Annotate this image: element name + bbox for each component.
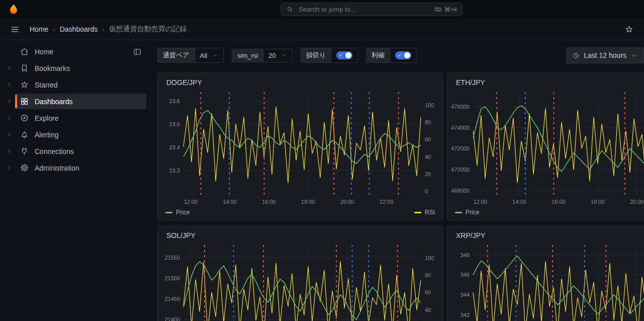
chevron-right-icon[interactable] — [3, 96, 15, 108]
legend-item-price[interactable]: Price — [455, 209, 479, 216]
panel-grid: DOGE/JPY23.323.423.523.612:0014:0016:001… — [157, 72, 644, 321]
legend-item-rsi[interactable]: RSI — [414, 209, 435, 216]
home-icon — [20, 47, 29, 56]
svg-text:344: 344 — [461, 292, 470, 298]
panel-title[interactable]: SOL/JPY — [161, 229, 439, 242]
sim-rsi-filter-label: sim_rsi — [232, 49, 263, 62]
grafana-logo-icon[interactable] — [7, 3, 20, 16]
chevron-right-icon[interactable] — [3, 162, 15, 174]
search-icon — [286, 6, 294, 13]
svg-text:20:00: 20:00 — [340, 199, 354, 205]
star-icon — [20, 80, 29, 90]
stop-loss-label: 損切り — [301, 48, 331, 63]
chart-plot-area[interactable]: 23.323.423.523.612:0014:0016:0018:0020:0… — [161, 89, 439, 208]
svg-text:20:00: 20:00 — [630, 199, 644, 205]
sidebar-item-label: Explore — [35, 114, 58, 122]
compass-icon — [20, 113, 29, 123]
keyboard-icon — [434, 6, 442, 13]
pair-filter-value: All — [200, 52, 207, 59]
clock-icon — [572, 52, 580, 59]
sim-rsi-filter-select[interactable]: 20 — [263, 49, 292, 62]
svg-text:60: 60 — [425, 289, 431, 295]
time-range-picker[interactable]: Last 12 hours — [566, 47, 644, 63]
svg-text:468000: 468000 — [451, 188, 470, 194]
legend-series-color — [455, 212, 462, 213]
svg-text:20: 20 — [425, 171, 431, 177]
stop-loss-toggle[interactable] — [336, 51, 352, 59]
chevron-down-icon — [281, 52, 287, 58]
svg-text:16:00: 16:00 — [551, 199, 566, 205]
svg-text:80: 80 — [425, 119, 431, 125]
svg-text:80: 80 — [425, 272, 431, 278]
sidebar-item-connections[interactable]: Connections — [0, 143, 150, 159]
time-range-label: Last 12 hours — [584, 51, 626, 59]
panel-eth-jpy: ETH/JPY46800047000047200047400047600012:… — [447, 72, 644, 220]
sidebar-item-label: Bookmarks — [35, 64, 70, 72]
breadcrumb-home[interactable]: Home — [30, 25, 48, 33]
global-search[interactable]: ⌘+k — [281, 3, 463, 16]
chevron-down-icon — [630, 52, 638, 59]
chart-plot-area[interactable]: 46800047000047200047400047600012:0014:00… — [451, 89, 644, 208]
legend-series-label: RSI — [425, 209, 435, 216]
panel-title[interactable]: ETH/JPY — [451, 76, 644, 89]
sidebar-item-alerting[interactable]: Alerting — [0, 126, 150, 143]
chevron-right-icon[interactable] — [3, 79, 15, 91]
svg-text:342: 342 — [461, 312, 470, 318]
sidebar-item-dashboards[interactable]: Dashboards — [0, 93, 150, 110]
svg-text:21500: 21500 — [164, 275, 180, 281]
svg-text:23.6: 23.6 — [169, 98, 180, 104]
breadcrumb-current-page: 仮想通貨自動売買の記録 — [109, 25, 187, 34]
bookmark-icon — [20, 63, 29, 73]
svg-text:40: 40 — [425, 154, 431, 160]
svg-text:40: 40 — [425, 307, 431, 313]
svg-text:23.4: 23.4 — [169, 144, 180, 150]
breadcrumb-separator-icon — [53, 26, 55, 33]
chevron-down-icon — [212, 52, 218, 58]
menu-icon[interactable] — [8, 23, 22, 36]
legend-series-label: Price — [176, 209, 190, 216]
panel-title[interactable]: DOGE/JPY — [161, 76, 439, 89]
chevron-right-icon[interactable] — [3, 145, 15, 157]
svg-text:12:00: 12:00 — [183, 199, 198, 205]
stop-loss-toggle-wrap — [331, 48, 358, 63]
svg-text:21550: 21550 — [164, 255, 180, 261]
sidebar-item-starred[interactable]: Starred — [0, 76, 150, 93]
dock-menu-icon[interactable] — [133, 47, 142, 56]
svg-text:100: 100 — [425, 255, 434, 261]
svg-text:18:00: 18:00 — [301, 199, 315, 205]
favorite-star-icon[interactable] — [622, 23, 636, 36]
chevron-right-icon[interactable] — [3, 129, 15, 141]
breadcrumb-separator-icon — [102, 26, 104, 33]
sidebar-item-label: Administration — [35, 164, 79, 172]
sidebar-item-home[interactable]: Home — [0, 43, 150, 60]
chevron-right-icon[interactable] — [3, 112, 15, 124]
take-profit-toggle[interactable] — [395, 51, 411, 59]
svg-text:18:00: 18:00 — [591, 199, 605, 205]
sidebar-item-label: Home — [35, 48, 53, 56]
chevron-right-icon[interactable] — [3, 62, 15, 74]
svg-text:346: 346 — [461, 272, 470, 278]
sidebar-item-administration[interactable]: Administration — [0, 159, 150, 176]
panel-title[interactable]: XRP/JPY — [451, 229, 644, 242]
svg-text:348: 348 — [461, 252, 470, 258]
panel-legend: PriceRSI — [451, 208, 644, 216]
breadcrumb-dashboards[interactable]: Dashboards — [60, 25, 98, 33]
take-profit-toggle-group: 利確 — [366, 48, 417, 63]
sidebar-item-bookmarks[interactable]: Bookmarks — [0, 60, 150, 76]
pair-filter-select[interactable]: All — [195, 48, 224, 63]
search-input[interactable] — [298, 5, 430, 14]
svg-text:21400: 21400 — [164, 316, 180, 321]
chevron-spacer — [3, 46, 15, 58]
sidebar-item-explore[interactable]: Explore — [0, 110, 150, 126]
shortcut-label: ⌘+k — [444, 6, 457, 13]
chart-plot-area[interactable]: 34234434634812:0014:0016:0018:0020:0022:… — [451, 242, 644, 321]
panel-doge-jpy: DOGE/JPY23.323.423.523.612:0014:0016:001… — [157, 72, 443, 220]
svg-text:16:00: 16:00 — [262, 199, 276, 205]
svg-text:0: 0 — [425, 188, 428, 194]
sidebar-nav: HomeBookmarksStarredDashboardsExploreAle… — [0, 43, 150, 176]
plug-icon — [20, 146, 29, 156]
chart-plot-area[interactable]: 2140021450215002155012:0014:0016:0018:00… — [161, 242, 439, 321]
breadcrumb-bar: Home Dashboards 仮想通貨自動売買の記録 — [0, 19, 644, 40]
legend-item-price[interactable]: Price — [165, 209, 190, 216]
breadcrumb: Home Dashboards 仮想通貨自動売買の記録 — [30, 25, 187, 34]
